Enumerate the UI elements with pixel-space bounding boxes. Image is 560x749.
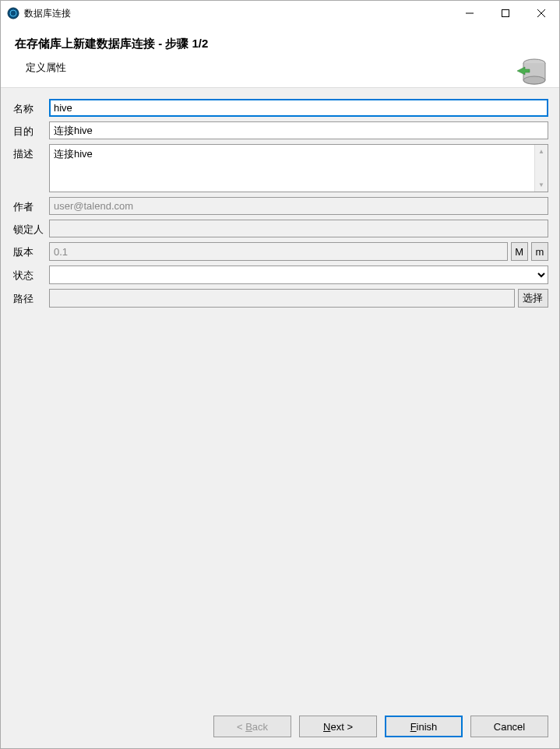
scroll-down-icon: ▼	[535, 178, 548, 192]
window-controls	[452, 1, 559, 26]
window-title: 数据库连接	[24, 7, 452, 20]
dialog-window: 数据库连接 在存储库上新建数据库连接 - 步骤 1/2 定义属性	[0, 0, 560, 749]
locker-input	[49, 220, 548, 237]
label-path: 路径	[12, 289, 49, 306]
path-select-button[interactable]: 选择	[518, 289, 548, 308]
wizard-subtitle: 定义属性	[26, 61, 545, 75]
back-button: < Back	[213, 716, 291, 737]
label-locker: 锁定人	[12, 220, 49, 237]
name-input[interactable]	[49, 99, 548, 117]
form-area: 名称 目的 描述 ▲ ▼ 作	[1, 88, 559, 708]
cancel-button[interactable]: Cancel	[470, 716, 548, 737]
path-input	[49, 289, 515, 308]
close-button[interactable]	[523, 1, 559, 26]
row-status: 状态	[12, 265, 548, 284]
row-version: 版本 M m	[12, 242, 548, 261]
version-input	[49, 242, 508, 261]
svg-point-0	[8, 8, 19, 19]
wizard-title: 在存储库上新建数据库连接 - 步骤 1/2	[15, 37, 545, 51]
row-locker: 锁定人	[12, 220, 548, 237]
description-textarea[interactable]	[50, 145, 534, 192]
label-status: 状态	[12, 265, 49, 283]
svg-rect-3	[502, 10, 509, 17]
app-icon	[7, 7, 19, 19]
row-name: 名称	[12, 99, 548, 117]
button-bar: < Back Next > Finish Cancel	[1, 708, 559, 748]
row-path: 路径 选择	[12, 289, 548, 308]
status-select[interactable]	[49, 265, 548, 284]
minimize-button[interactable]	[452, 1, 488, 26]
wizard-header: 在存储库上新建数据库连接 - 步骤 1/2 定义属性	[1, 26, 559, 88]
label-purpose: 目的	[12, 121, 49, 139]
titlebar: 数据库连接	[1, 1, 559, 26]
next-button[interactable]: Next >	[299, 716, 377, 737]
label-author: 作者	[12, 197, 49, 214]
finish-button[interactable]: Finish	[385, 716, 463, 737]
label-name: 名称	[12, 99, 49, 116]
purpose-input[interactable]	[49, 121, 548, 139]
version-minor-button[interactable]: m	[531, 242, 548, 261]
label-description: 描述	[12, 144, 49, 161]
maximize-button[interactable]	[488, 1, 523, 26]
textarea-scrollbar: ▲ ▼	[534, 145, 548, 192]
scroll-up-icon: ▲	[535, 145, 548, 158]
row-author: 作者	[12, 197, 548, 215]
version-major-button[interactable]: M	[511, 242, 528, 261]
row-purpose: 目的	[12, 121, 548, 139]
row-description: 描述 ▲ ▼	[12, 144, 548, 192]
svg-point-7	[523, 76, 545, 84]
database-icon	[516, 57, 547, 90]
author-input	[49, 197, 548, 215]
label-version: 版本	[12, 242, 49, 259]
